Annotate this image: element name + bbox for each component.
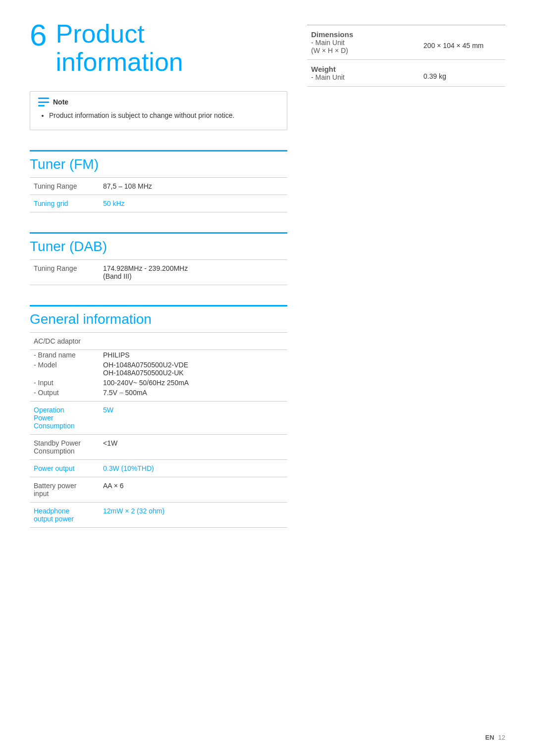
spec-value: 87,5 – 108 MHz	[99, 178, 287, 195]
table-row: - Input 100-240V~ 50/60Hz 250mA	[30, 378, 287, 388]
spec-label: Tuning Range	[30, 178, 99, 195]
spec-value: 0.39 kg	[420, 60, 505, 87]
note-label: Note	[53, 98, 68, 106]
spec-value: PHILIPS	[99, 350, 287, 360]
spec-label: AC/DC adaptor	[30, 333, 99, 350]
note-icon	[38, 98, 49, 106]
general-info-table: AC/DC adaptor - Brand name PHILIPS - Mod…	[30, 332, 287, 528]
note-header: Note	[38, 98, 279, 106]
spec-value: <1W	[99, 435, 287, 460]
spec-value: 5W	[99, 402, 287, 435]
table-row: Standby PowerConsumption <1W	[30, 435, 287, 460]
table-row: Dimensions - Main Unit (W × H × D) 200 ×…	[307, 25, 505, 60]
dimensions-table: Dimensions - Main Unit (W × H × D) 200 ×…	[307, 25, 505, 87]
spec-label: Power output	[30, 460, 99, 477]
general-info-title: General information	[30, 311, 287, 327]
general-info-section: General information	[30, 305, 287, 327]
spec-label: Standby PowerConsumption	[30, 435, 99, 460]
table-row: Tuning grid 50 kHz	[30, 195, 287, 212]
chapter-number: 6	[30, 20, 47, 50]
page-footer: EN 12	[485, 734, 505, 741]
table-row: Tuning Range 87,5 – 108 MHz	[30, 178, 287, 195]
tuner-dab-table: Tuning Range 174.928MHz - 239.200MHz(Ban…	[30, 259, 287, 285]
table-row: - Model OH-1048A0750500U2-VDEOH-1048A075…	[30, 360, 287, 378]
tuner-fm-section: Tuner (FM)	[30, 150, 287, 172]
table-row: OperationPowerConsumption 5W	[30, 402, 287, 435]
spec-value: 174.928MHz - 239.200MHz(Band III)	[99, 260, 287, 285]
spec-label: - Output	[30, 388, 99, 402]
spec-label: Headphoneoutput power	[30, 503, 99, 528]
footer-page: 12	[498, 734, 505, 741]
spec-value: 7.5V ⎓ 500mA	[99, 388, 287, 402]
chapter-title: Product information	[55, 20, 183, 76]
spec-label: - Model	[30, 360, 99, 378]
table-row: Weight - Main Unit 0.39 kg	[307, 60, 505, 87]
spec-label: Tuning Range	[30, 260, 99, 285]
footer-lang: EN	[485, 734, 494, 741]
spec-value: 100-240V~ 50/60Hz 250mA	[99, 378, 287, 388]
table-row: Headphoneoutput power 12mW × 2 (32 ohm)	[30, 503, 287, 528]
tuner-fm-title: Tuner (FM)	[30, 156, 287, 172]
tuner-dab-section: Tuner (DAB)	[30, 232, 287, 254]
table-row: Tuning Range 174.928MHz - 239.200MHz(Ban…	[30, 260, 287, 285]
tuner-dab-title: Tuner (DAB)	[30, 239, 287, 254]
tuner-fm-table: Tuning Range 87,5 – 108 MHz Tuning grid …	[30, 177, 287, 212]
spec-label: Tuning grid	[30, 195, 99, 212]
spec-value	[99, 333, 287, 350]
spec-label: - Input	[30, 378, 99, 388]
table-row: Power output 0.3W (10%THD)	[30, 460, 287, 477]
spec-label: OperationPowerConsumption	[30, 402, 99, 435]
chapter-heading: 6 Product information	[30, 20, 287, 76]
note-item: Product information is subject to change…	[49, 110, 279, 121]
note-text: Product information is subject to change…	[38, 110, 279, 121]
spec-label: - Brand name	[30, 350, 99, 360]
spec-value: 12mW × 2 (32 ohm)	[99, 503, 287, 528]
table-row: - Brand name PHILIPS	[30, 350, 287, 360]
table-row: Battery powerinput AA × 6	[30, 477, 287, 503]
table-row: - Output 7.5V ⎓ 500mA	[30, 388, 287, 402]
spec-value: 200 × 104 × 45 mm	[420, 25, 505, 60]
spec-label: Battery powerinput	[30, 477, 99, 503]
spec-value: OH-1048A0750500U2-VDEOH-1048A0750500U2-U…	[99, 360, 287, 378]
spec-value: 0.3W (10%THD)	[99, 460, 287, 477]
table-row: AC/DC adaptor	[30, 333, 287, 350]
spec-label: Weight - Main Unit	[307, 60, 420, 87]
spec-label: Dimensions - Main Unit (W × H × D)	[307, 25, 420, 60]
note-box: Note Product information is subject to c…	[30, 91, 287, 130]
spec-value: AA × 6	[99, 477, 287, 503]
spec-value: 50 kHz	[99, 195, 287, 212]
